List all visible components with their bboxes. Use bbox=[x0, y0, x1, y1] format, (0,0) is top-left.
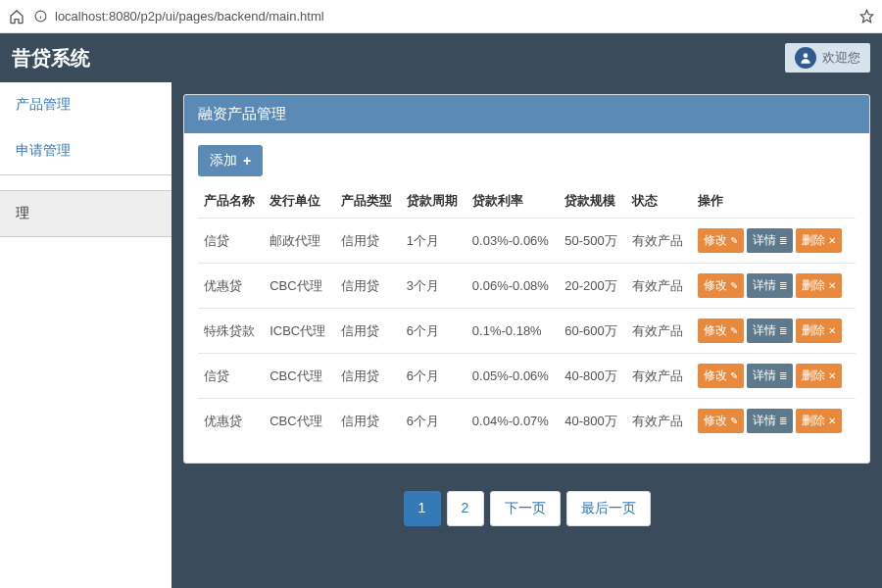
table-row: 信贷邮政代理信用贷1个月0.03%-0.06%50-500万有效产品修改 ✎详情… bbox=[198, 219, 856, 264]
panel-title: 融资产品管理 bbox=[184, 95, 869, 133]
cell-rate: 0.04%-0.07% bbox=[466, 399, 559, 444]
edit-icon: ✎ bbox=[730, 370, 738, 381]
cell-issuer: ICBC代理 bbox=[264, 309, 334, 354]
cell-name: 信贷 bbox=[198, 354, 264, 399]
brand-title: 昔贷系统 bbox=[12, 45, 90, 72]
delete-button[interactable]: 删除 ✕ bbox=[796, 318, 842, 343]
sidebar-item-1[interactable]: 申请管理 bbox=[0, 128, 172, 174]
cell-issuer: CBC代理 bbox=[264, 399, 334, 444]
cell-period: 6个月 bbox=[401, 354, 466, 399]
product-panel: 融资产品管理 添加 + 产品名称发行单位产品类型贷款周期贷款利率贷款规模状态操作… bbox=[183, 94, 870, 464]
column-header: 产品名称 bbox=[198, 184, 264, 219]
cell-type: 信用贷 bbox=[335, 399, 401, 444]
edit-button[interactable]: 修改 ✎ bbox=[698, 228, 744, 253]
delete-button[interactable]: 删除 ✕ bbox=[796, 364, 842, 388]
svg-point-4 bbox=[804, 53, 808, 58]
last-page-button[interactable]: 最后一页 bbox=[566, 491, 651, 526]
table-row: 优惠贷CBC代理信用贷3个月0.06%-0.08%20-200万有效产品修改 ✎… bbox=[198, 264, 856, 309]
product-table: 产品名称发行单位产品类型贷款周期贷款利率贷款规模状态操作 信贷邮政代理信用贷1个… bbox=[198, 184, 856, 443]
delete-icon: ✕ bbox=[828, 235, 836, 246]
cell-period: 6个月 bbox=[401, 309, 466, 354]
user-welcome-chip[interactable]: 欢迎您 bbox=[785, 43, 870, 73]
cell-rate: 0.05%-0.06% bbox=[466, 354, 559, 399]
sidebar-item-2[interactable]: 理 bbox=[0, 190, 172, 237]
svg-marker-3 bbox=[860, 10, 873, 23]
cell-status: 有效产品 bbox=[626, 309, 692, 354]
cell-name: 特殊贷款 bbox=[198, 309, 264, 354]
delete-button[interactable]: 删除 ✕ bbox=[796, 228, 842, 253]
cell-scale: 50-500万 bbox=[559, 219, 626, 264]
table-row: 信贷CBC代理信用贷6个月0.05%-0.06%40-800万有效产品修改 ✎详… bbox=[198, 354, 856, 399]
url-text[interactable]: localhost:8080/p2p/ui/pages/backend/main… bbox=[55, 9, 851, 24]
app-topbar: 昔贷系统 欢迎您 bbox=[0, 33, 882, 82]
detail-icon: ≣ bbox=[779, 325, 787, 336]
column-header: 产品类型 bbox=[335, 184, 401, 219]
edit-button[interactable]: 修改 ✎ bbox=[698, 273, 744, 298]
delete-icon: ✕ bbox=[828, 280, 836, 291]
cell-issuer: 邮政代理 bbox=[264, 219, 334, 264]
cell-scale: 20-200万 bbox=[559, 264, 626, 309]
page-2[interactable]: 2 bbox=[447, 491, 484, 526]
column-header: 贷款规模 bbox=[559, 184, 626, 219]
detail-button[interactable]: 详情 ≣ bbox=[747, 409, 793, 433]
detail-icon: ≣ bbox=[779, 370, 787, 381]
browser-address-bar: localhost:8080/p2p/ui/pages/backend/main… bbox=[0, 0, 882, 33]
cell-actions: 修改 ✎详情 ≣删除 ✕ bbox=[692, 399, 856, 444]
edit-button[interactable]: 修改 ✎ bbox=[698, 364, 744, 388]
cell-issuer: CBC代理 bbox=[264, 264, 334, 309]
cell-type: 信用贷 bbox=[335, 264, 401, 309]
delete-icon: ✕ bbox=[828, 325, 836, 336]
cell-actions: 修改 ✎详情 ≣删除 ✕ bbox=[692, 219, 856, 264]
avatar-icon bbox=[795, 47, 816, 69]
add-button[interactable]: 添加 + bbox=[198, 145, 263, 176]
delete-button[interactable]: 删除 ✕ bbox=[796, 273, 842, 298]
detail-button[interactable]: 详情 ≣ bbox=[747, 318, 793, 343]
detail-icon: ≣ bbox=[779, 280, 787, 291]
detail-icon: ≣ bbox=[779, 416, 787, 426]
cell-name: 信贷 bbox=[198, 219, 264, 264]
delete-icon: ✕ bbox=[828, 370, 836, 381]
cell-scale: 60-600万 bbox=[559, 309, 626, 354]
detail-button[interactable]: 详情 ≣ bbox=[747, 228, 793, 253]
cell-actions: 修改 ✎详情 ≣删除 ✕ bbox=[692, 264, 856, 309]
table-row: 优惠贷CBC代理信用贷6个月0.04%-0.07%40-800万有效产品修改 ✎… bbox=[198, 399, 856, 444]
column-header: 发行单位 bbox=[264, 184, 334, 219]
detail-button[interactable]: 详情 ≣ bbox=[747, 273, 793, 298]
detail-button[interactable]: 详情 ≣ bbox=[747, 364, 793, 388]
welcome-text: 欢迎您 bbox=[822, 49, 860, 67]
cell-period: 3个月 bbox=[401, 264, 466, 309]
info-icon[interactable] bbox=[33, 10, 47, 24]
next-page-button[interactable]: 下一页 bbox=[490, 491, 561, 526]
cell-name: 优惠贷 bbox=[198, 399, 264, 444]
main-content: 融资产品管理 添加 + 产品名称发行单位产品类型贷款周期贷款利率贷款规模状态操作… bbox=[172, 82, 882, 588]
edit-button[interactable]: 修改 ✎ bbox=[698, 409, 744, 433]
detail-icon: ≣ bbox=[779, 235, 787, 246]
cell-status: 有效产品 bbox=[626, 264, 692, 309]
bookmark-star-icon[interactable] bbox=[858, 9, 874, 24]
cell-actions: 修改 ✎详情 ≣删除 ✕ bbox=[692, 309, 856, 354]
cell-status: 有效产品 bbox=[626, 399, 692, 444]
cell-rate: 0.03%-0.06% bbox=[466, 219, 559, 264]
edit-icon: ✎ bbox=[730, 280, 738, 291]
column-header: 贷款利率 bbox=[466, 184, 559, 219]
cell-name: 优惠贷 bbox=[198, 264, 264, 309]
edit-icon: ✎ bbox=[730, 416, 738, 426]
sidebar: 产品管理申请管理理 bbox=[0, 82, 172, 588]
cell-status: 有效产品 bbox=[626, 354, 692, 399]
delete-button[interactable]: 删除 ✕ bbox=[796, 409, 842, 433]
home-icon[interactable] bbox=[8, 8, 25, 25]
cell-period: 1个月 bbox=[401, 219, 466, 264]
cell-period: 6个月 bbox=[401, 399, 466, 444]
plus-icon: + bbox=[243, 153, 251, 169]
cell-issuer: CBC代理 bbox=[264, 354, 334, 399]
edit-icon: ✎ bbox=[730, 325, 738, 336]
sidebar-item-0[interactable]: 产品管理 bbox=[0, 82, 172, 128]
page-1[interactable]: 1 bbox=[404, 491, 441, 526]
edit-button[interactable]: 修改 ✎ bbox=[698, 318, 744, 343]
cell-rate: 0.06%-0.08% bbox=[466, 264, 559, 309]
edit-icon: ✎ bbox=[730, 235, 738, 246]
cell-type: 信用贷 bbox=[335, 354, 401, 399]
column-header: 贷款周期 bbox=[401, 184, 466, 219]
cell-type: 信用贷 bbox=[335, 219, 401, 264]
delete-icon: ✕ bbox=[828, 416, 836, 426]
